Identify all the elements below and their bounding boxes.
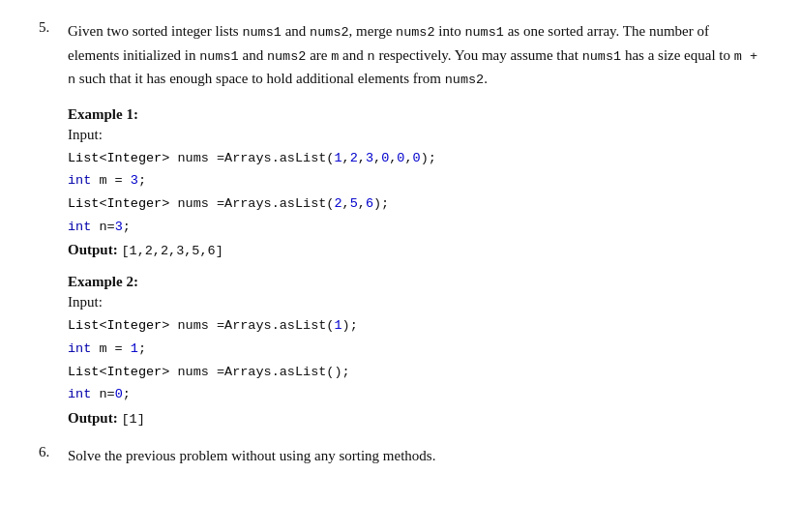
example1-output-label: Output: bbox=[68, 242, 121, 257]
example1-output: Output: [1,2,2,3,5,6] bbox=[68, 242, 762, 258]
nums1-ref-2: nums1 bbox=[464, 25, 504, 40]
nums2-ref-2: nums2 bbox=[396, 25, 435, 40]
problem-6-description: Solve the previous problem without using… bbox=[68, 444, 435, 467]
example1-line-4: int n=3; bbox=[68, 216, 762, 239]
example2-title: Example 2: bbox=[68, 274, 762, 290]
example1-line-1: List<Integer> nums =Arrays.asList(1,2,3,… bbox=[68, 147, 762, 170]
example1-output-value: [1,2,2,3,5,6] bbox=[121, 244, 222, 258]
problem-5-block: 5. Given two sorted integer lists nums1 … bbox=[39, 19, 762, 427]
problem-6-number: 6. bbox=[39, 444, 60, 460]
nums2-ref-4: nums2 bbox=[445, 73, 485, 87]
problem-6-header: 6. Solve the previous problem without us… bbox=[39, 444, 762, 467]
example1-title: Example 1: bbox=[68, 106, 762, 123]
nums2-ref-1: nums2 bbox=[310, 25, 349, 40]
nums1-ref-4: nums1 bbox=[582, 49, 622, 64]
problem-5-number: 5. bbox=[39, 19, 60, 36]
nums1-ref-3: nums1 bbox=[199, 49, 239, 64]
n-ref-1: n bbox=[368, 49, 375, 64]
example2-line-2: int m = 1; bbox=[68, 338, 762, 361]
example1-code: List<Integer> nums =Arrays.asList(1,2,3,… bbox=[68, 147, 762, 239]
nums2-ref-3: nums2 bbox=[267, 49, 307, 64]
example2-input-label: Input: bbox=[68, 294, 762, 310]
problem-5-description: Given two sorted integer lists nums1 and… bbox=[68, 19, 762, 91]
problem-5-header: 5. Given two sorted integer lists nums1 … bbox=[39, 19, 762, 91]
example1-line-2: int m = 3; bbox=[68, 169, 762, 192]
problem-6-block: 6. Solve the previous problem without us… bbox=[39, 444, 762, 467]
nums1-ref-1: nums1 bbox=[242, 25, 282, 40]
example2-line-3: List<Integer> nums =Arrays.asList(); bbox=[68, 361, 762, 384]
example1-line-3: List<Integer> nums =Arrays.asList(2,5,6)… bbox=[68, 192, 762, 216]
m-ref-1: m bbox=[331, 49, 339, 64]
example2-output-label: Output: bbox=[68, 410, 121, 426]
example2-output-value: [1] bbox=[121, 412, 144, 427]
example2-line-4: int n=0; bbox=[68, 383, 762, 406]
example2-line-1: List<Integer> nums =Arrays.asList(1); bbox=[68, 314, 762, 338]
m-plus-n-ref: m + n bbox=[68, 49, 757, 88]
example2-output: Output: [1] bbox=[68, 410, 762, 427]
example1-input-label: Input: bbox=[68, 127, 762, 143]
example2-code: List<Integer> nums =Arrays.asList(1); in… bbox=[68, 314, 762, 406]
